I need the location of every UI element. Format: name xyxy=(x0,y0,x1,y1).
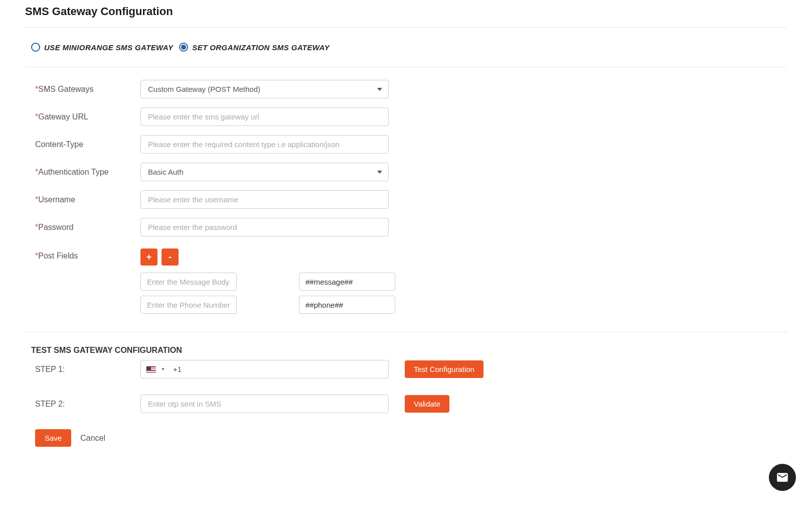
add-post-field-button[interactable]: + xyxy=(140,248,157,266)
phone-input-wrapper[interactable]: ▼ +1 xyxy=(140,360,389,378)
post-field-value-input[interactable] xyxy=(299,273,395,291)
username-input[interactable] xyxy=(140,190,389,209)
step2-label: STEP 2: xyxy=(35,400,140,409)
radio-use-miniorange[interactable]: USE MINIORANGE SMS GATEWAY xyxy=(31,43,173,52)
sms-gateways-select[interactable]: Custom Gateway (POST Method) xyxy=(140,80,389,98)
label-post-fields: *Post Fields xyxy=(35,248,140,261)
label-sms-gateways: *SMS Gateways xyxy=(35,85,140,94)
label-password: *Password xyxy=(35,223,140,232)
remove-post-field-button[interactable]: - xyxy=(161,248,179,266)
dial-code: +1 xyxy=(170,365,182,373)
label-username: *Username xyxy=(35,195,140,204)
step1-label: STEP 1: xyxy=(35,365,140,374)
post-field-value-input[interactable] xyxy=(299,296,395,314)
post-field-row xyxy=(140,296,395,314)
label-auth-type: *Authentication Type xyxy=(35,168,140,177)
radio-label-org: SET ORGANIZATION SMS GATEWAY xyxy=(192,43,330,52)
label-gateway-url: *Gateway URL xyxy=(35,112,140,121)
validate-button[interactable]: Validate xyxy=(405,395,449,413)
test-configuration-button[interactable]: Test Configuration xyxy=(405,360,483,378)
post-field-key-input[interactable] xyxy=(140,296,237,314)
content-type-input[interactable] xyxy=(140,135,389,154)
test-section-title: TEST SMS GATEWAY CONFIGURATION xyxy=(25,332,787,360)
radio-icon xyxy=(31,43,40,52)
save-button[interactable]: Save xyxy=(35,429,71,447)
label-content-type: Content-Type xyxy=(35,140,140,149)
radio-label-miniorange: USE MINIORANGE SMS GATEWAY xyxy=(44,43,173,52)
page-title: SMS Gateway Configuration xyxy=(25,5,787,28)
cancel-button[interactable]: Cancel xyxy=(80,434,105,443)
post-field-row xyxy=(140,273,395,291)
auth-type-select[interactable]: Basic Auth xyxy=(140,163,389,181)
radio-icon xyxy=(179,43,188,52)
otp-input[interactable] xyxy=(140,395,389,413)
chevron-down-icon[interactable]: ▼ xyxy=(161,367,165,371)
gateway-url-input[interactable] xyxy=(140,107,389,126)
password-input[interactable] xyxy=(140,218,389,236)
radio-set-org-gateway[interactable]: SET ORGANIZATION SMS GATEWAY xyxy=(179,43,330,52)
post-field-key-input[interactable] xyxy=(140,273,237,291)
flag-us-icon xyxy=(146,366,156,373)
gateway-mode-radios: USE MINIORANGE SMS GATEWAY SET ORGANIZAT… xyxy=(25,28,787,67)
